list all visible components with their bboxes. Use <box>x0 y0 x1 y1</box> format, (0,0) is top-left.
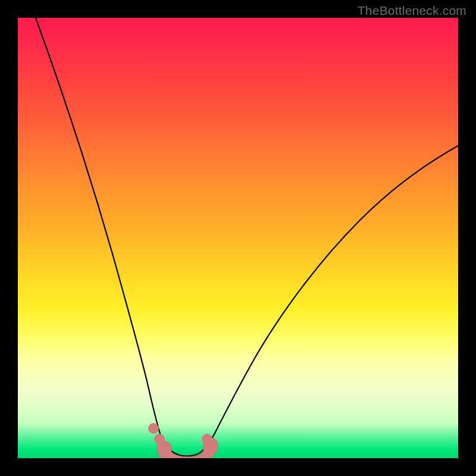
left-curve <box>36 18 194 456</box>
right-curve <box>194 146 458 455</box>
marker-dot <box>202 434 212 444</box>
curves-layer <box>18 18 458 458</box>
outer-frame: TheBottleneck.com <box>0 0 476 476</box>
marker-dot <box>154 434 165 444</box>
plot-area <box>18 18 458 458</box>
marker-dot <box>148 423 159 434</box>
watermark-text: TheBottleneck.com <box>358 4 466 18</box>
